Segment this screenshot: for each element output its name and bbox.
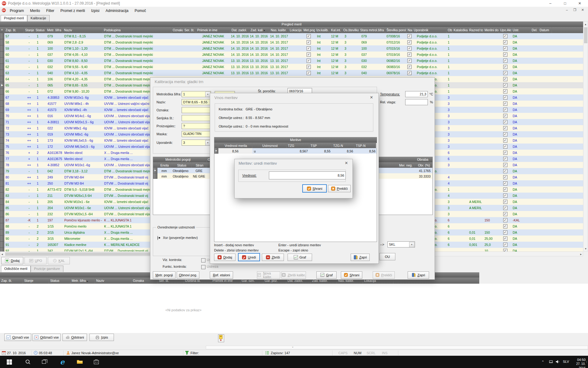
graf-button[interactable]: Graf bbox=[288, 254, 312, 261]
column-header[interactable]: Oznaka bbox=[172, 27, 183, 33]
proizvajalec-field[interactable]: ? bbox=[182, 123, 211, 129]
shrani-button[interactable]: Shrani bbox=[341, 271, 362, 279]
zapri-button[interactable]: Zapri bbox=[408, 271, 429, 279]
nova-kalibr--button[interactable]: Nova kalibr. bbox=[257, 271, 280, 279]
column-header[interactable]: Kal.int. bbox=[330, 27, 342, 33]
menu-item-6[interactable]: Administracija bbox=[103, 7, 132, 13]
column-header[interactable]: Zap. št. bbox=[4, 27, 19, 33]
bottom-splitter[interactable]: ⌄ bbox=[0, 345, 588, 350]
column-header[interactable]: Nas. kalibr. bbox=[270, 27, 288, 33]
table-row-61[interactable]: 61-1030DTM 8,60 - 8,50DTM ... Dvostransk… bbox=[0, 58, 583, 64]
oznaci-vse-button[interactable]: Označi vse bbox=[4, 334, 31, 341]
column-header[interactable]: Zad. kali ▼ bbox=[249, 27, 270, 33]
column-header[interactable]: Lokacija bbox=[288, 27, 302, 33]
tab-kalibracije[interactable]: Kalibracije bbox=[27, 15, 50, 21]
column-header[interactable]: Status bbox=[34, 27, 46, 33]
kal-button[interactable]: KAL bbox=[48, 257, 70, 264]
bottom-column-header[interactable]: Naziv bbox=[95, 278, 132, 284]
column-header[interactable]: Upo.Aktv. bbox=[499, 27, 511, 33]
column-header[interactable]: Metr. šifra bbox=[46, 27, 63, 33]
odznaci-vse-button[interactable]: Odznači vse bbox=[32, 334, 61, 341]
xsr-radio[interactable] bbox=[157, 236, 158, 240]
upo-button[interactable]: UPO bbox=[24, 257, 47, 264]
splitter-button[interactable] bbox=[218, 334, 224, 342]
tab-odlozisce-meril[interactable]: Odložišče meril bbox=[1, 266, 31, 272]
column-header[interactable]: Ustr. bbox=[511, 27, 530, 33]
zapri-button[interactable]: Zapri bbox=[351, 254, 370, 261]
dodaj-button[interactable]: Dodaj bbox=[1, 257, 23, 264]
column-header[interactable]: Stara mrtrol.šifra bbox=[359, 27, 385, 33]
column-header[interactable] bbox=[19, 27, 24, 33]
network-icon[interactable] bbox=[549, 360, 553, 364]
dodaj-meritev-button[interactable]: Dodaj bbox=[214, 254, 236, 261]
bottom-grid-body[interactable]: <Ni podatkov za prikaz> bbox=[0, 284, 588, 333]
uredi-button[interactable]: Uredi bbox=[238, 253, 260, 261]
column-header[interactable]: Dat. zadol. bbox=[230, 27, 249, 33]
preklici-button[interactable]: Prekliči bbox=[328, 185, 351, 192]
column-header[interactable]: Stanje bbox=[24, 27, 34, 33]
bottom-column-header[interactable]: Stanje bbox=[23, 278, 49, 284]
bottom-column-header[interactable]: Status bbox=[49, 278, 70, 284]
menu-item-7[interactable]: Pomoč bbox=[131, 7, 149, 13]
bottom-column-header[interactable]: Zap. št. bbox=[0, 278, 23, 284]
start-button-icon[interactable] bbox=[7, 359, 12, 365]
menu-item-5[interactable]: Izpisi bbox=[88, 7, 102, 13]
table-row-59[interactable]: 59-1100DTM 1,10 - 1,20DTM ... Dvostransk… bbox=[0, 45, 583, 52]
column-header[interactable]: Kataloška št. bbox=[452, 27, 468, 33]
vertical-scrollbar[interactable]: ▲ ▼ bbox=[583, 21, 588, 251]
graf-button[interactable]: Graf bbox=[316, 271, 337, 279]
file-explorer-icon[interactable] bbox=[77, 359, 83, 365]
serijska-field[interactable] bbox=[182, 115, 211, 121]
odstrani-button[interactable]: Odstrani bbox=[62, 334, 87, 341]
column-header[interactable]: Met.pog. bbox=[302, 27, 315, 33]
taskbar-clock[interactable]: 04:5027. 10. 2016 bbox=[571, 358, 586, 368]
tab-pozicije-garniture[interactable]: Pozicije garniture bbox=[31, 266, 63, 272]
tray-expand-icon[interactable]: ⌃ bbox=[541, 360, 544, 364]
shrani-button[interactable]: Shrani bbox=[302, 184, 327, 193]
oznaka-field[interactable] bbox=[182, 107, 211, 113]
zbrisi-button[interactable]: Zbriši bbox=[262, 254, 284, 261]
funkc-kontrola-checkbox[interactable] bbox=[201, 265, 205, 269]
menu-item-3[interactable]: Filter bbox=[43, 7, 58, 13]
table-row-58[interactable]: 58-1069DTM 2,8 -2,9DTM ... Dvostranski t… bbox=[0, 39, 583, 45]
mdi-restore-icon[interactable]: ❐ bbox=[573, 8, 576, 12]
bottom-column-header[interactable]: Metr. šifra ▲ bbox=[70, 278, 95, 284]
close-button[interactable]: ✕ bbox=[575, 0, 584, 6]
task-view-icon[interactable] bbox=[42, 359, 47, 365]
column-header[interactable]: Izv.kalib. bbox=[315, 27, 330, 33]
column-header[interactable]: Številka poročila bbox=[385, 27, 406, 33]
maximize-button[interactable]: □ bbox=[560, 0, 570, 6]
table-row-57[interactable]: 57-1079DTM 8,1 - 8,15DTM ... Dvostranski… bbox=[0, 33, 583, 39]
vrednost-input[interactable]: 8,56 bbox=[269, 171, 346, 179]
menu-item-4[interactable]: Promet z merili bbox=[57, 7, 88, 13]
meritve-row[interactable]: ►8,56u8,5678,558,568,56 bbox=[214, 148, 377, 154]
mdi-minimize-icon[interactable]: – bbox=[566, 8, 568, 12]
splitter-collapse-icon[interactable]: ⌄ bbox=[292, 345, 294, 348]
minimize-button[interactable]: – bbox=[546, 0, 555, 6]
metr-pogoji-button[interactable]: Metr. pogoji bbox=[153, 271, 175, 279]
prekli-i-button[interactable]: Prekliči bbox=[373, 271, 395, 279]
language-indicator[interactable]: SLV bbox=[563, 360, 569, 363]
column-header[interactable]: Merilni doseg bbox=[483, 27, 499, 33]
uporabnik-combo[interactable]: 3▼ bbox=[182, 140, 211, 146]
column-header[interactable]: Podskupina bbox=[103, 27, 172, 33]
table-row-60[interactable]: 60-1037DTM 4,05 - 4,10DTM ... Dvostransk… bbox=[0, 52, 583, 58]
temperatura-field[interactable]: 21,3 bbox=[405, 91, 428, 97]
zbri-i-kalibr--button[interactable]: Zbriši kalibr. bbox=[281, 271, 306, 279]
show-desktop-strip[interactable] bbox=[586, 361, 588, 363]
column-header[interactable]: Priimek in ime bbox=[196, 27, 230, 33]
table-row-62[interactable]: 62-1032DTM 9,55 - 9,40DTM ... Dvostransk… bbox=[0, 64, 583, 70]
store-app-icon[interactable] bbox=[94, 359, 99, 365]
column-header[interactable]: Ser. št. bbox=[183, 27, 196, 33]
mdi-close-icon[interactable]: ✕ bbox=[581, 8, 584, 12]
table-row-63[interactable]: 63-1040DTM 4,10 - 4,05DTM ... Dvostransk… bbox=[0, 70, 583, 76]
column-header[interactable]: Del. bbox=[530, 27, 538, 33]
column-header[interactable]: Obr. bbox=[447, 27, 452, 33]
column-header[interactable] bbox=[552, 27, 583, 33]
skl-combo[interactable]: SKL▼ bbox=[387, 241, 415, 247]
volume-icon[interactable] bbox=[556, 360, 560, 364]
close-icon[interactable]: ✕ bbox=[369, 95, 374, 100]
izpis-button[interactable]: Izpis bbox=[89, 334, 114, 341]
vlaga-field[interactable] bbox=[405, 99, 428, 105]
column-header[interactable]: Datum bbox=[538, 27, 552, 33]
